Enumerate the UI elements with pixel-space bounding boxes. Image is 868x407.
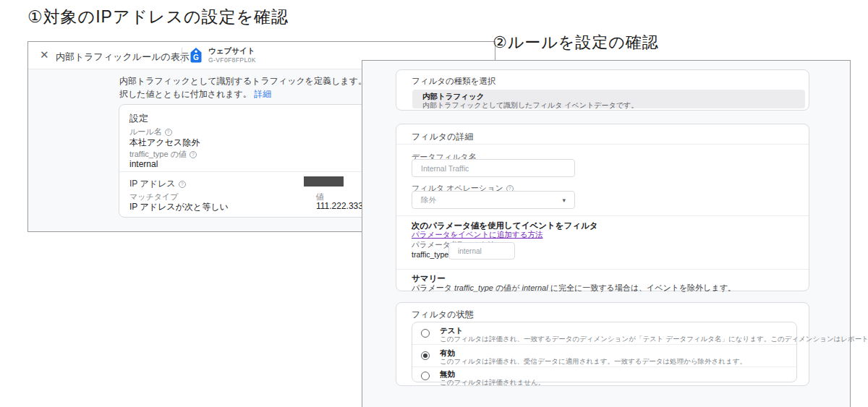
filter-type-card-title: フィルタの種類を選択 (412, 76, 496, 87)
selected-filter-type[interactable]: 内部トラフィック 内部トラフィックとして識別したフィルタ イベントデータです。 (412, 90, 805, 108)
option-description: このフィルタは評価され、一致するデータのディメンションが「テスト データフィルタ… (440, 335, 868, 344)
google-tag-icon: G (190, 47, 203, 64)
close-icon[interactable]: ✕ (40, 49, 49, 60)
row-divider (412, 367, 796, 367)
filter-operation-value: 除外 (421, 195, 436, 205)
option-description: このフィルタは評価されません。 (440, 378, 545, 387)
details-link[interactable]: 詳細 (254, 89, 271, 99)
svg-text:G: G (193, 53, 199, 61)
redaction-box (304, 176, 344, 187)
traffic-type-value: internal (129, 159, 158, 169)
card-divider (396, 269, 809, 270)
rule-name-label: ルール名 (129, 127, 172, 137)
filter-type-card: フィルタの種類を選択 内部トラフィック 内部トラフィックとして識別したフィルタ … (396, 69, 809, 111)
filter-config-panel: フィルタの種類を選択 内部トラフィック 内部トラフィックとして識別したフィルタ … (362, 60, 851, 407)
property-selector[interactable]: ウェブサイト G-VF0F8FPL0K (208, 47, 256, 63)
chevron-down-icon: ▾ (562, 197, 566, 204)
parameter-help-link[interactable]: パラメータをイベントに追加する方法 (412, 230, 542, 240)
panel-title: 内部トラフィックルールの表示 (56, 51, 190, 64)
filter-details-title: フィルタの詳細 (412, 131, 473, 143)
ip-address-section-label: IP アドレス (129, 178, 186, 190)
filter-details-card: フィルタの詳細 データフィルタ名 Internal Traffic フィルタ オ… (396, 124, 809, 291)
option-description: このフィルタは評価され、受信データに適用されます。一致するデータは処理から除外さ… (440, 357, 746, 367)
data-filter-name-value: Internal Traffic (421, 164, 469, 173)
filter-type-description: 内部トラフィックとして識別したフィルタ イベントデータです。 (422, 100, 638, 111)
step1-label: ①対象のIPアドレスの設定を確認 (27, 6, 289, 28)
rules-description-line2-text: 択した値とともに付加されます。 (119, 89, 252, 99)
screenshot-stage: ①対象のIPアドレスの設定を確認 ②ルールを設定の確認 ✕ 内部トラフィックルー… (0, 0, 868, 407)
header-divider (182, 48, 182, 64)
row-divider (412, 344, 796, 345)
parameter-name: traffic_type (412, 250, 448, 259)
settings-card-title: 設定 (129, 112, 148, 125)
card-header-divider (396, 144, 809, 145)
filter-operation-select[interactable]: 除外 ▾ (412, 191, 575, 209)
summary-text: パラメータ traffic_type の値が internal に完全に一致する… (412, 283, 736, 294)
match-type-value: IP アドレスが次と等しい (129, 201, 229, 213)
filter-state-radio-0[interactable] (421, 329, 430, 338)
traffic-type-label: traffic_type の値 (129, 149, 197, 160)
data-filter-name-input[interactable]: Internal Traffic (412, 159, 575, 177)
filter-state-options-box: テスト このフィルタは評価され、一致するデータのディメンションが「テスト データ… (412, 322, 797, 382)
filter-state-card: フィルタの状態 テスト このフィルタは評価され、一致するデータのディメンションが… (396, 302, 809, 386)
help-icon[interactable] (190, 151, 197, 158)
filter-state-radio-1[interactable] (421, 351, 430, 360)
property-type: ウェブサイト (208, 47, 256, 55)
help-icon[interactable] (165, 129, 172, 136)
parameter-value-input[interactable]: internal (448, 242, 515, 260)
card-divider (396, 215, 809, 216)
step2-label: ②ルールを設定の確認 (493, 32, 659, 53)
filter-state-radio-2[interactable] (421, 372, 430, 380)
parameter-value: internal (458, 247, 482, 255)
filter-state-title: フィルタの状態 (412, 309, 473, 321)
rule-name-value: 本社アクセス除外 (129, 137, 200, 149)
rules-description-line2: 択した値とともに付加されます。 詳細 (119, 88, 271, 100)
help-icon[interactable] (179, 181, 186, 188)
property-id: G-VF0F8FPL0K (208, 57, 256, 64)
